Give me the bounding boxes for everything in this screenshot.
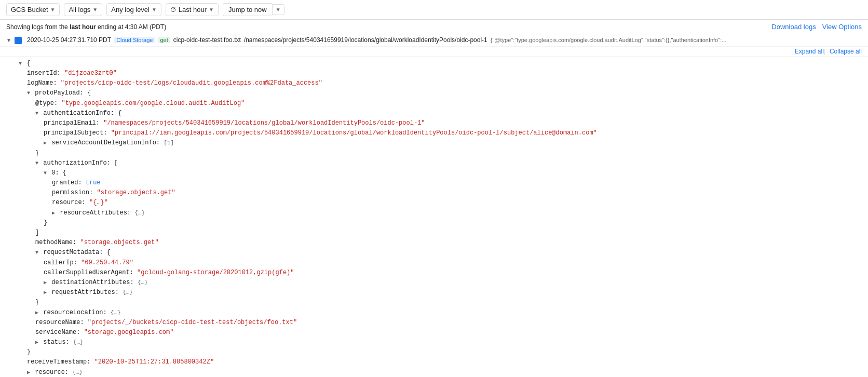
json-principalSubject: principalSubject: "principal://iam.googl…: [19, 128, 862, 138]
log-select[interactable]: All logs ▼: [64, 3, 102, 16]
json-callerIp: callerIp: "69.250.44.79": [19, 258, 862, 268]
json-insertId: insertId: "d1jzoae3zrt0": [19, 69, 862, 78]
json-callerSuppliedUserAgent: callerSuppliedUserAgent: "gcloud-golang-…: [19, 268, 862, 278]
status-suffix: ending at 4:30 AM (PDT): [98, 23, 166, 31]
log-level-select-label: Any log level: [111, 6, 150, 14]
json-resourceAttributes-collapsed: ▶ resourceAttributes: {…}: [19, 208, 862, 218]
json-resourceAttributes-toggle[interactable]: ▶: [52, 210, 55, 216]
json-protoPayload-open: ▼ protoPayload: {: [19, 88, 862, 98]
jump-to-now-dropdown[interactable]: ▼: [272, 4, 284, 15]
log-namespace: /namespaces/projects/540341659919/locati…: [244, 36, 487, 44]
expand-collapse-bar: Expand all | Collapse all: [0, 47, 868, 57]
json-authorizationInfo-toggle[interactable]: ▼: [35, 160, 38, 166]
resource-select-label: GCS Bucket: [11, 6, 48, 14]
json-protoPayload-close: }: [19, 347, 862, 357]
json-receiveTimestamp: receiveTimestamp: "2020-10-25T11:27:31.8…: [19, 357, 862, 367]
time-select-label: Last hour: [179, 6, 207, 14]
json-authorizationInfo-close: ]: [19, 228, 862, 238]
log-source-badge: Cloud Storage: [114, 37, 155, 43]
json-resourceLocation-toggle[interactable]: ▶: [35, 310, 38, 316]
json-destinationAttributes-toggle[interactable]: ▶: [44, 280, 47, 286]
resource-select-chevron: ▼: [50, 7, 56, 12]
toolbar: GCS Bucket ▼ All logs ▼ Any log level ▼ …: [0, 0, 868, 20]
json-authInfo-toggle[interactable]: ▼: [35, 111, 38, 116]
time-chevron: ▼: [209, 7, 214, 12]
collapse-all-link[interactable]: Collapse all: [830, 48, 862, 55]
status-actions: Download logs View Options: [771, 23, 862, 31]
clock-icon: ⏱: [170, 6, 177, 14]
json-serviceAccountDelegation: ▶ serviceAccountDelegationInfo: [1]: [19, 138, 862, 148]
json-type: @type: "type.googleapis.com/google.cloud…: [19, 99, 862, 109]
json-serviceName: serviceName: "storage.googleapis.com": [19, 328, 862, 338]
log-select-chevron: ▼: [92, 7, 98, 12]
json-requestMetadata-open: ▼ requestMetadata: {: [19, 248, 862, 258]
log-timestamp: 2020-10-25 04:27:31.710 PDT: [27, 36, 111, 44]
json-authorizationInfo-open: ▼ authorizationInfo: [: [19, 158, 862, 168]
json-tree: ▼ { insertId: "d1jzoae3zrt0" logName: "p…: [0, 57, 868, 377]
log-severity-indicator: [15, 36, 24, 44]
json-requestMetadata-toggle[interactable]: ▼: [35, 250, 38, 255]
json-root-brace: {: [26, 60, 30, 67]
json-root-open: ▼ {: [19, 59, 862, 69]
json-resourceLocation-collapsed: ▶ resourceLocation: {…}: [19, 308, 862, 318]
pipe-divider: |: [824, 48, 825, 55]
json-granted: granted: true: [19, 178, 862, 188]
json-auth-0-close: }: [19, 218, 862, 228]
log-json-preview: {"@type":"type.googleapis.com/google.clo…: [491, 37, 727, 43]
expand-all-link[interactable]: Expand all: [795, 48, 824, 55]
log-meta: 2020-10-25 04:27:31.710 PDT Cloud Storag…: [27, 36, 726, 44]
json-permission: permission: "storage.objects.get": [19, 188, 862, 198]
log-level-chevron: ▼: [152, 7, 157, 12]
log-path: cicp-oidc-test-test:foo.txt: [173, 36, 241, 44]
log-level-select[interactable]: Any log level ▼: [106, 3, 161, 16]
json-sadi-toggle[interactable]: ▶: [44, 140, 47, 146]
log-row-toggle[interactable]: ▼: [6, 36, 15, 43]
json-resource-collapsed: ▶ resource: {…}: [19, 368, 862, 377]
time-select[interactable]: ⏱ Last hour ▼: [166, 3, 219, 16]
jump-to-now-button[interactable]: Jump to now ▼: [223, 3, 284, 16]
json-resource-toggle[interactable]: ▶: [27, 370, 30, 375]
jump-to-now-main[interactable]: Jump to now: [223, 3, 272, 16]
log-select-label: All logs: [69, 6, 90, 14]
json-logName: logName: "projects/cicp-oidc-test/logs/c…: [19, 78, 862, 88]
json-protoPayload-toggle[interactable]: ▼: [27, 90, 30, 96]
status-bold: last hour: [70, 23, 96, 31]
json-authInfo-open: ▼ authenticationInfo: {: [19, 109, 862, 118]
json-authInfo-close: }: [19, 149, 862, 158]
status-bar: Showing logs from the last hour ending a…: [0, 20, 868, 34]
status-text: Showing logs from the last hour ending a…: [6, 23, 166, 31]
download-logs-link[interactable]: Download logs: [771, 23, 816, 31]
json-resource: resource: "{…}": [19, 198, 862, 208]
json-methodName: methodName: "storage.objects.get": [19, 238, 862, 248]
json-resourceName: resourceName: "projects/_/buckets/cicp-o…: [19, 318, 862, 328]
json-auth-0-toggle[interactable]: ▼: [44, 170, 47, 176]
view-options-link[interactable]: View Options: [822, 23, 862, 31]
log-method-badge: get: [158, 37, 170, 43]
json-root-toggle[interactable]: ▼: [19, 61, 22, 66]
json-status-collapsed: ▶ status: {…}: [19, 338, 862, 347]
json-requestMetadata-close: }: [19, 298, 862, 307]
status-prefix: Showing logs from the: [6, 23, 68, 31]
severity-info-badge: [15, 37, 22, 44]
json-principalEmail: principalEmail: "/namespaces/projects/54…: [19, 118, 862, 128]
json-status-toggle[interactable]: ▶: [35, 340, 38, 345]
json-requestAttributes-collapsed: ▶ requestAttributes: {…}: [19, 288, 862, 298]
json-requestAttributes-toggle[interactable]: ▶: [44, 290, 47, 295]
log-entry-row[interactable]: ▼ 2020-10-25 04:27:31.710 PDT Cloud Stor…: [0, 34, 868, 47]
json-destinationAttributes-collapsed: ▶ destinationAttributes: {…}: [19, 278, 862, 288]
json-auth-0-open: ▼ 0: {: [19, 168, 862, 178]
resource-select[interactable]: GCS Bucket ▼: [6, 3, 60, 16]
